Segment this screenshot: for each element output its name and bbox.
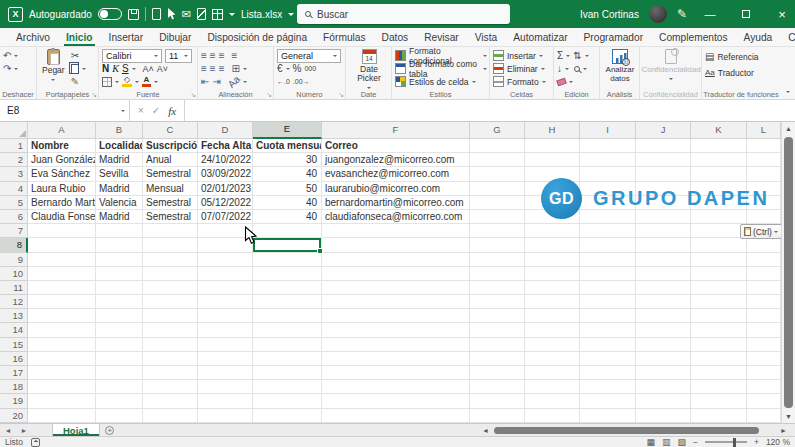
cell-F20[interactable] bbox=[322, 409, 470, 423]
scroll-up-icon[interactable]: ▲ bbox=[782, 122, 795, 135]
cell-B14[interactable] bbox=[96, 323, 143, 337]
cell-L18[interactable] bbox=[747, 380, 781, 394]
tab-programador[interactable]: Programador bbox=[576, 28, 651, 46]
ribbon-collapse-button[interactable] bbox=[780, 47, 795, 99]
formula-input[interactable] bbox=[185, 100, 795, 121]
cell-L17[interactable] bbox=[747, 366, 781, 380]
cell-F10[interactable] bbox=[322, 267, 470, 281]
cell-J7[interactable] bbox=[636, 224, 691, 238]
cell-G11[interactable] bbox=[470, 281, 525, 295]
cell-E17[interactable] bbox=[253, 366, 322, 380]
cell-L15[interactable] bbox=[747, 338, 781, 352]
sensitivity-button[interactable]: Confidencialidad bbox=[643, 49, 699, 82]
cell-D5[interactable]: 05/12/2022 bbox=[198, 196, 253, 210]
cell-H10[interactable] bbox=[525, 267, 580, 281]
shrink-font-button[interactable]: A˅ bbox=[157, 64, 168, 74]
cell-H7[interactable] bbox=[525, 224, 580, 238]
col-header-K[interactable]: K bbox=[691, 122, 747, 139]
table-icon[interactable] bbox=[212, 9, 223, 20]
zoom-out-button[interactable]: − bbox=[693, 437, 698, 447]
cell-G13[interactable] bbox=[470, 309, 525, 323]
cell-C12[interactable] bbox=[143, 295, 198, 309]
cell-A18[interactable] bbox=[28, 380, 96, 394]
cell-I8[interactable] bbox=[580, 238, 636, 252]
new-file-icon[interactable] bbox=[152, 8, 161, 20]
cell-F13[interactable] bbox=[322, 309, 470, 323]
cell-C19[interactable] bbox=[143, 394, 198, 408]
font-size-select[interactable]: 11 bbox=[165, 49, 192, 63]
cell-G4[interactable] bbox=[470, 182, 525, 196]
borders-caret-icon[interactable] bbox=[115, 81, 119, 85]
cell-K16[interactable] bbox=[691, 352, 747, 366]
cell-C8[interactable] bbox=[143, 238, 198, 252]
cell-C10[interactable] bbox=[143, 267, 198, 281]
cell-B11[interactable] bbox=[96, 281, 143, 295]
cell-K20[interactable] bbox=[691, 409, 747, 423]
cell-D15[interactable] bbox=[198, 338, 253, 352]
tab-automatizar[interactable]: Automatizar bbox=[505, 28, 575, 46]
cell-G1[interactable] bbox=[470, 139, 525, 153]
align-left-icon[interactable]: ≡ bbox=[201, 63, 207, 75]
cell-L9[interactable] bbox=[747, 253, 781, 267]
cell-D16[interactable] bbox=[198, 352, 253, 366]
col-header-G[interactable]: G bbox=[470, 122, 525, 139]
export-pdf-icon[interactable] bbox=[197, 8, 206, 20]
cell-A5[interactable]: Bernardo Martín bbox=[28, 196, 96, 210]
copy-caret-icon[interactable] bbox=[82, 68, 86, 72]
cell-F18[interactable] bbox=[322, 380, 470, 394]
save-icon[interactable] bbox=[128, 9, 139, 20]
row-header-16[interactable]: 16 bbox=[0, 352, 28, 366]
tab-ayuda[interactable]: Ayuda bbox=[736, 28, 781, 46]
cell-D2[interactable]: 24/10/2022 bbox=[198, 153, 253, 167]
cell-D19[interactable] bbox=[198, 394, 253, 408]
cell-A2[interactable]: Juan González bbox=[28, 153, 96, 167]
cell-L14[interactable] bbox=[747, 323, 781, 337]
cell-L19[interactable] bbox=[747, 394, 781, 408]
vertical-scrollbar[interactable]: ▲ ▼ bbox=[781, 122, 795, 423]
cell-F19[interactable] bbox=[322, 394, 470, 408]
cell-A1[interactable]: Nombre bbox=[28, 139, 96, 153]
cell-I7[interactable] bbox=[580, 224, 636, 238]
cell-C15[interactable] bbox=[143, 338, 198, 352]
cell-I10[interactable] bbox=[580, 267, 636, 281]
pen-icon[interactable]: ✎ bbox=[677, 9, 687, 20]
cell-J14[interactable] bbox=[636, 323, 691, 337]
analyze-data-button[interactable]: Analizar datos bbox=[603, 49, 637, 83]
cell-A16[interactable] bbox=[28, 352, 96, 366]
cell-C5[interactable]: Semestral bbox=[143, 196, 198, 210]
cell-F3[interactable]: evasanchez@micorreo.com bbox=[322, 167, 470, 181]
accounting-format-icon[interactable]: € bbox=[277, 63, 283, 75]
row-header-18[interactable]: 18 bbox=[0, 380, 28, 394]
fill-icon[interactable]: ↓ bbox=[557, 63, 562, 75]
cell-B12[interactable] bbox=[96, 295, 143, 309]
cell-D6[interactable]: 07/07/2022 bbox=[198, 210, 253, 224]
cell-C1[interactable]: Suscripción bbox=[143, 139, 198, 153]
cell-B6[interactable]: Madrid bbox=[96, 210, 143, 224]
cell-C13[interactable] bbox=[143, 309, 198, 323]
minimize-button[interactable]: — bbox=[697, 0, 723, 28]
cell-D14[interactable] bbox=[198, 323, 253, 337]
sheet-tab-hoja1[interactable]: Hoja1 bbox=[52, 424, 100, 436]
align-bottom-icon[interactable]: ≡ bbox=[219, 50, 225, 62]
cell-H9[interactable] bbox=[525, 253, 580, 267]
cell-E14[interactable] bbox=[253, 323, 322, 337]
cell-E7[interactable] bbox=[253, 224, 322, 238]
col-header-A[interactable]: A bbox=[28, 122, 96, 139]
cell-E19[interactable] bbox=[253, 394, 322, 408]
cell-L10[interactable] bbox=[747, 267, 781, 281]
filename-dropdown-icon[interactable] bbox=[288, 13, 294, 19]
cell-C7[interactable] bbox=[143, 224, 198, 238]
cell-C6[interactable]: Semestral bbox=[143, 210, 198, 224]
cell-A12[interactable] bbox=[28, 295, 96, 309]
user-name[interactable]: Ivan Cortinas bbox=[580, 9, 639, 20]
cell-E9[interactable] bbox=[253, 253, 322, 267]
cell-E8[interactable] bbox=[253, 238, 322, 252]
cell-I17[interactable] bbox=[580, 366, 636, 380]
cell-F2[interactable]: juangonzalez@micorreo.com bbox=[322, 153, 470, 167]
cell-C9[interactable] bbox=[143, 253, 198, 267]
cell-G16[interactable] bbox=[470, 352, 525, 366]
cell-G12[interactable] bbox=[470, 295, 525, 309]
cell-K11[interactable] bbox=[691, 281, 747, 295]
cell-G10[interactable] bbox=[470, 267, 525, 281]
row-header-6[interactable]: 6 bbox=[0, 210, 28, 224]
